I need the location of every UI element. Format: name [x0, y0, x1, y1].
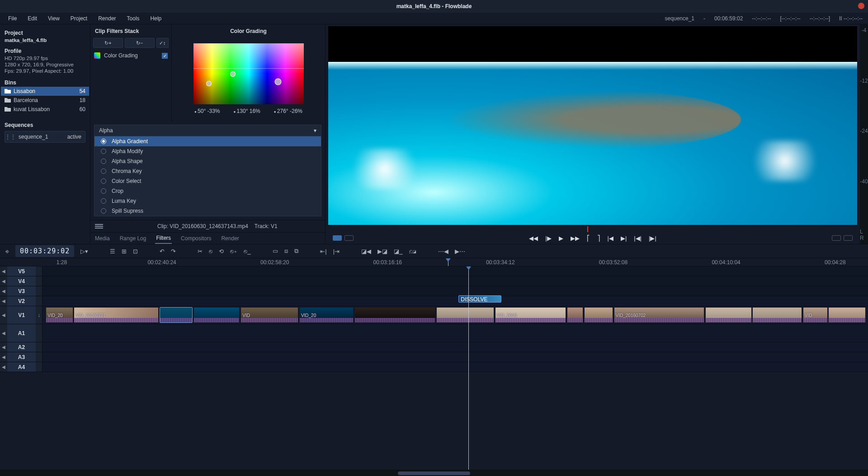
tool-icon[interactable]: ☰	[109, 248, 116, 255]
timeline-clip[interactable]	[752, 307, 802, 323]
tab-compositors[interactable]: Compositors	[180, 233, 212, 243]
preview-canvas[interactable]	[328, 26, 857, 225]
tool-icon[interactable]: ◪◀	[360, 248, 372, 255]
filter-enabled-checkbox[interactable]: ✓	[162, 53, 168, 59]
timeline-clip[interactable]: VID	[241, 307, 298, 323]
dropdown-button[interactable]: Alpha	[94, 125, 321, 136]
timeline-clip[interactable]	[828, 307, 865, 323]
color-handle-1[interactable]	[230, 71, 236, 77]
menu-render[interactable]: Render	[94, 14, 120, 23]
split-icon[interactable]: ⎋	[208, 248, 213, 255]
tool-icon[interactable]: ▭	[272, 247, 279, 255]
dropdown-item[interactable]: Crop	[94, 186, 321, 196]
goto-start-button[interactable]: |◀|	[633, 235, 642, 242]
filter-stack-item[interactable]: Color Grading ✓	[90, 51, 171, 61]
timeline-clip[interactable]	[354, 307, 435, 323]
mute-icon[interactable]: ◀	[0, 345, 7, 350]
timeline-clip[interactable]: VID_20	[299, 307, 354, 323]
color-handle-3[interactable]	[275, 79, 282, 85]
color-spectrum[interactable]	[193, 43, 304, 104]
timeline-clip[interactable]	[567, 307, 584, 323]
sequence-row[interactable]: ⋮⋮ sequence_1 active	[5, 131, 85, 143]
mode-toggle-1[interactable]	[333, 235, 342, 241]
monitor-scrubber[interactable]	[328, 226, 857, 232]
track-body[interactable]	[42, 342, 868, 352]
tool-menu-icon[interactable]: ⎆	[5, 248, 10, 255]
mute-icon[interactable]: ◀	[0, 331, 7, 336]
tab-rangelog[interactable]: Range Log	[119, 233, 147, 243]
menu-view[interactable]: View	[43, 14, 64, 23]
redo-icon[interactable]: ↷	[170, 248, 177, 255]
color-handle-2[interactable]	[206, 81, 212, 86]
dropdown-item[interactable]: Color Select	[94, 176, 321, 186]
dissolve-clip[interactable]: DISSOLVE	[458, 295, 501, 303]
tool-icon[interactable]: ▶◪	[377, 248, 388, 255]
scrollbar-thumb[interactable]	[398, 471, 470, 475]
dropdown-item[interactable]: Alpha Shape	[94, 156, 321, 166]
dropdown-item[interactable]: Alpha Modify	[94, 146, 321, 156]
sync-icon[interactable]: ⟲	[218, 248, 225, 255]
undo-icon[interactable]: ↶	[159, 248, 165, 255]
pointer-tool-icon[interactable]: ▷▾	[80, 248, 89, 255]
tool-icon[interactable]: ▶⋯	[454, 248, 466, 255]
menu-edit[interactable]: Edit	[23, 14, 42, 23]
dropdown-item[interactable]: Chroma Key	[94, 166, 321, 176]
track-body[interactable]	[42, 276, 868, 286]
timeline-clip[interactable]	[160, 307, 193, 323]
dropdown-item[interactable]: Luma Key	[94, 196, 321, 206]
tool-icon[interactable]: ⊞	[121, 248, 127, 255]
tool-icon[interactable]: ⧈	[283, 247, 289, 255]
menu-file[interactable]: File	[4, 14, 21, 23]
tool-icon[interactable]: ⋯◀	[437, 248, 449, 255]
mute-icon[interactable]: ◀	[0, 364, 7, 369]
tab-media[interactable]: Media	[94, 233, 111, 243]
cut-icon[interactable]: ✂	[197, 248, 203, 255]
tool-icon[interactable]: ◪⎯	[393, 248, 404, 255]
mute-icon[interactable]: ◀	[0, 279, 7, 284]
mark-out-button[interactable]: ⎤	[596, 235, 601, 242]
track-body[interactable]: VID_20VID_20160701VIDVID_20VID_2016VID_2…	[42, 306, 868, 324]
timecode-display[interactable]: 00:03:29:02	[15, 245, 74, 257]
timeline-clip[interactable]	[436, 307, 494, 323]
mute-icon[interactable]: ◀	[0, 289, 7, 294]
timeline-clip[interactable]	[705, 307, 751, 323]
collapse-icon[interactable]: ↓	[36, 312, 42, 318]
menu-project[interactable]: Project	[66, 14, 92, 23]
mute-icon[interactable]: ◀	[0, 299, 7, 303]
timeline-clip[interactable]	[193, 307, 240, 323]
add-filter-button[interactable]: ↻+	[93, 38, 123, 48]
view-toggle-2[interactable]	[844, 235, 853, 241]
tool-icon[interactable]: ⎋∗	[229, 248, 238, 255]
bin-row[interactable]: Barcelona18	[1, 96, 89, 105]
mute-icon[interactable]: ◀	[0, 355, 7, 359]
mode-toggle-2[interactable]	[344, 235, 354, 241]
close-icon[interactable]	[858, 3, 864, 9]
timeline-clip[interactable]: VID_20160702	[614, 307, 705, 323]
playhead[interactable]	[448, 258, 448, 266]
dropdown-item[interactable]: Spill Supress	[94, 206, 321, 216]
tool-icon[interactable]: |⇥	[332, 248, 340, 255]
drag-handle-icon[interactable]: ⋮⋮	[5, 134, 16, 140]
tool-icon[interactable]: ⎌◪	[408, 248, 417, 255]
goto-end-button[interactable]: |▶|	[648, 235, 657, 242]
timeline-ruler[interactable]: 1:2800:02:40:2400:02:58:2000:03:16:1600:…	[0, 258, 868, 266]
timeline-clip[interactable]: VID_20	[46, 307, 73, 323]
dropdown-item[interactable]: Alpha Gradient	[94, 136, 321, 146]
mute-icon[interactable]: ◀	[0, 313, 7, 317]
tab-filters[interactable]: Filters	[155, 233, 172, 244]
timeline-clip[interactable]: VID_20160701	[74, 307, 159, 323]
toggle-filter-button[interactable]: ✓↕	[156, 38, 169, 48]
forward-button[interactable]: ▶▶	[570, 235, 580, 242]
tool-icon[interactable]: ⧉	[293, 247, 299, 255]
track-body[interactable]: DISSOLVE	[42, 296, 868, 306]
goto-out-button[interactable]: ▶|	[620, 235, 627, 242]
rewind-button[interactable]: ◀◀	[528, 235, 539, 242]
mark-in-button[interactable]: ⎡	[586, 235, 591, 242]
mute-icon[interactable]: ◀	[0, 269, 7, 274]
bin-row[interactable]: kuvat Lissabon60	[1, 105, 89, 114]
track-body[interactable]	[42, 286, 868, 296]
hamburger-icon[interactable]	[95, 224, 103, 229]
bin-row[interactable]: Lissabon54	[1, 87, 89, 96]
remove-filter-button[interactable]: ↻−	[125, 38, 155, 48]
menu-tools[interactable]: Tools	[123, 14, 144, 23]
